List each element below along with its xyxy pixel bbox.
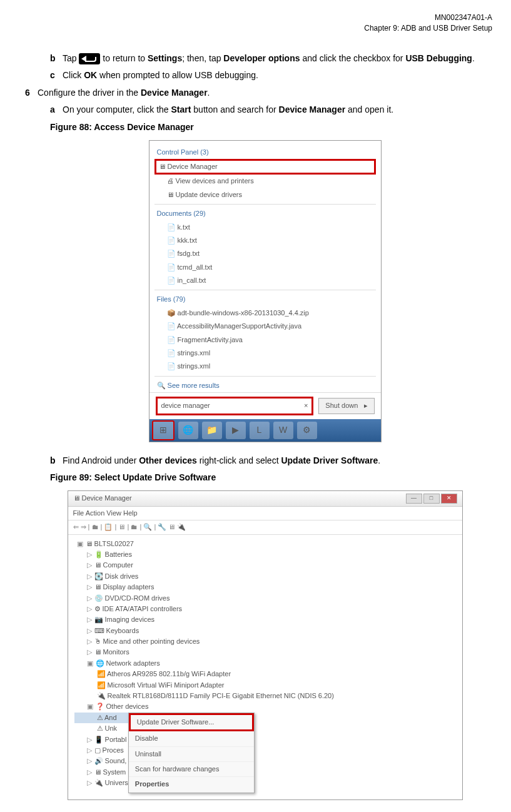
files-section: Files (79): [149, 293, 381, 306]
search-input[interactable]: device manager ×: [156, 397, 314, 415]
tree-root[interactable]: ▣🖥 BLTSL02027: [74, 539, 456, 549]
tree-item[interactable]: ▷🔊 Sound,: [74, 756, 128, 766]
tree-item[interactable]: ▷🔋 Batteries: [74, 549, 456, 560]
close-button[interactable]: ✕: [441, 494, 457, 504]
tree-item[interactable]: ▣🌐 Network adapters: [74, 658, 456, 669]
main-content: b Tap to return to Settings; then, tap D…: [38, 53, 492, 812]
word-icon[interactable]: W: [273, 422, 293, 439]
window-buttons: — □ ✕: [406, 494, 457, 504]
tree-item[interactable]: ▷⌨ Keyboards: [74, 626, 456, 636]
tree-subitem[interactable]: 📶 Atheros AR9285 802.11b/g WiFi Adapter: [74, 669, 456, 679]
maximize-button[interactable]: □: [423, 494, 440, 504]
media-icon[interactable]: ▶: [226, 422, 246, 439]
window-titlebar: 🖥 Device Manager — □ ✕: [68, 491, 462, 507]
app-icon[interactable]: ⚙: [297, 422, 317, 439]
doc-item[interactable]: 📄 in_call.txt: [149, 274, 381, 287]
figure-88: Control Panel (3) 🖥 Device Manager 🖨 Vie…: [38, 140, 492, 442]
taskbar: ⊞ 🌐 📁 ▶ L W ⚙: [149, 419, 381, 442]
tree-subitem[interactable]: ⚠ Unk: [74, 723, 128, 734]
clear-icon[interactable]: ×: [304, 401, 308, 410]
search-row: device manager × Shut down ▸: [149, 392, 381, 419]
tree-item-other[interactable]: ▣❓ Other devices: [74, 701, 456, 712]
step-6: 6 Configure the driver in the Device Man…: [38, 87, 492, 99]
docs-section: Documents (29): [149, 207, 381, 220]
tree-item[interactable]: ▷📷 Imaging devices: [74, 614, 456, 625]
ctx-disable[interactable]: Disable: [129, 731, 254, 746]
app-icon[interactable]: L: [250, 422, 270, 439]
chapter-title: Chapter 9: ADB and USB Driver Setup: [13, 23, 492, 34]
back-icon: [79, 53, 100, 64]
file-item[interactable]: 📄 strings.xml: [149, 347, 381, 360]
tree-item[interactable]: ▷⚙ IDE ATA/ATAPI controllers: [74, 604, 456, 614]
figure-88-title: Figure 88: Access Device Manager: [50, 121, 492, 134]
file-item[interactable]: 📄 AccessibilityManagerSupportActivity.ja…: [149, 320, 381, 333]
device-tree: ▣🖥 BLTSL02027 ▷🔋 Batteries ▷🖥 Computer ▷…: [68, 535, 462, 799]
doc-item[interactable]: 📄 k.txt: [149, 221, 381, 234]
step-6b: b Find Android under Other devices right…: [50, 455, 492, 467]
doc-item[interactable]: 📄 fsdg.txt: [149, 247, 381, 260]
step-6-text: Configure the driver in the Device Manag…: [38, 87, 492, 99]
screenshot-device-manager: 🖥 Device Manager — □ ✕ File Action View …: [68, 490, 463, 800]
file-item[interactable]: 📄 strings.xml: [149, 360, 381, 373]
step-6a: a On your computer, click the Start butt…: [50, 104, 492, 116]
page-header: MN002347A01-A Chapter 9: ADB and USB Dri…: [13, 13, 492, 34]
cp-item[interactable]: 🖥 Update device drivers: [149, 188, 381, 201]
step-number-6: 6: [25, 87, 38, 99]
ctx-scan[interactable]: Scan for hardware changes: [129, 762, 254, 777]
step-6a-text: On your computer, click the Start button…: [63, 104, 492, 116]
tree-item[interactable]: ▷▢ Proces: [74, 745, 128, 756]
tree-item[interactable]: ▷📱 Portabl: [74, 734, 128, 745]
screenshot-start-menu: Control Panel (3) 🖥 Device Manager 🖨 Vie…: [149, 140, 382, 442]
shutdown-button[interactable]: Shut down ▸: [318, 398, 374, 414]
step-letter-b: b: [50, 53, 63, 65]
tree-item[interactable]: ▷💽 Disk drives: [74, 571, 456, 582]
tree-item[interactable]: ▷🖱 Mice and other pointing devices: [74, 636, 456, 647]
step-6b-text: Find Android under Other devices right-c…: [63, 455, 492, 467]
tree-item[interactable]: ▷💿 DVD/CD-ROM drives: [74, 593, 456, 604]
step-c: c Click OK when prompted to allow USB de…: [50, 69, 492, 82]
file-item[interactable]: 📄 FragmentActivity.java: [149, 333, 381, 347]
figure-89-title: Figure 89: Select Update Drive Software: [50, 472, 492, 484]
tree-item[interactable]: ▷🖥 System: [74, 767, 128, 778]
tree-subitem-android[interactable]: ⚠ And: [74, 713, 128, 723]
step-c-text: Click OK when prompted to allow USB debu…: [63, 69, 492, 82]
cp-item[interactable]: 🖨 View devices and printers: [149, 175, 381, 188]
ie-icon[interactable]: 🌐: [178, 422, 198, 439]
step-b-text: Tap to return to Settings; then, tap Dev…: [63, 53, 492, 65]
device-manager-highlight[interactable]: 🖥 Device Manager: [154, 159, 376, 175]
minimize-button[interactable]: —: [406, 494, 422, 504]
doc-item[interactable]: 📄 kkk.txt: [149, 234, 381, 247]
tree-subitem[interactable]: 📶 Microsoft Virtual WiFi Miniport Adapte…: [74, 680, 456, 691]
tree-item[interactable]: ▷🖥 Monitors: [74, 647, 456, 657]
tree-subitem[interactable]: 🔌 Realtek RTL8168D/8111D Family PCI-E Gi…: [74, 691, 456, 701]
ctx-update-driver[interactable]: Update Driver Software...: [129, 713, 254, 731]
tree-item[interactable]: ▷🔌 Univers: [74, 778, 128, 788]
step-letter-c: c: [50, 69, 63, 82]
start-button-icon[interactable]: ⊞: [152, 420, 175, 440]
cp-section: Control Panel (3): [149, 146, 381, 159]
tree-item[interactable]: ▷🖥 Display adapters: [74, 582, 456, 592]
figure-89: 🖥 Device Manager — □ ✕ File Action View …: [38, 490, 492, 800]
see-more-link[interactable]: 🔍 See more results: [149, 379, 381, 392]
step-letter-b2: b: [50, 455, 63, 467]
explorer-icon[interactable]: 📁: [202, 422, 222, 439]
file-item[interactable]: 📦 adt-bundle-windows-x86-20131030_4.4.zi…: [149, 307, 381, 320]
doc-id: MN002347A01-A: [13, 13, 492, 23]
context-menu: Update Driver Software... Disable Uninst…: [128, 713, 255, 793]
step-b: b Tap to return to Settings; then, tap D…: [50, 53, 492, 65]
ctx-uninstall[interactable]: Uninstall: [129, 747, 254, 762]
ctx-properties[interactable]: Properties: [129, 777, 254, 792]
doc-item[interactable]: 📄 tcmd_all.txt: [149, 261, 381, 274]
step-letter-a: a: [50, 104, 63, 116]
menu-bar[interactable]: File Action View Help: [68, 507, 462, 520]
tree-item[interactable]: ▷🖥 Computer: [74, 560, 456, 571]
toolbar[interactable]: ⇐ ⇒ | 🖿 | 📋 | 🖥 | 🖿 | 🔍 | 🔧 🖥 🔌: [68, 520, 462, 534]
